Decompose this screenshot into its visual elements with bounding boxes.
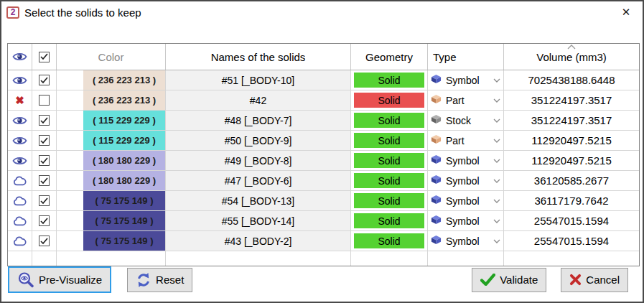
type-cube-icon: [431, 74, 442, 86]
type-dropdown[interactable]: Symbol: [428, 211, 504, 230]
checkbox-cell: [32, 90, 57, 110]
type-dropdown[interactable]: Part: [428, 90, 504, 110]
volume-value: 36117179.7642: [504, 191, 639, 210]
color-swatch: ( 75 175 149 ): [83, 231, 165, 251]
visibility-cell: [8, 211, 32, 230]
color-cell: ( 236 223 213 ): [57, 70, 166, 90]
header-geometry: Geometry: [351, 44, 428, 70]
type-cube-icon: [431, 94, 442, 106]
row-checkbox[interactable]: [39, 236, 50, 246]
geometry-cell: Solid: [351, 231, 428, 251]
reset-button[interactable]: Reset: [127, 268, 192, 292]
volume-value: 351224197.3517: [504, 111, 639, 130]
pre-visualize-button[interactable]: Pre-Visualize: [8, 266, 111, 293]
solid-name: #43 [_BODY-2]: [166, 231, 351, 251]
cancel-button[interactable]: Cancel: [561, 268, 628, 292]
visibility-cell: [8, 231, 32, 251]
color-cell: ( 180 180 229 ): [57, 171, 166, 190]
reset-label: Reset: [156, 274, 184, 286]
geometry-cell: Solid: [351, 171, 428, 190]
cloud-icon[interactable]: [13, 176, 27, 186]
type-dropdown[interactable]: Symbol: [428, 231, 504, 251]
pre-visualize-label: Pre-Visualize: [39, 274, 102, 286]
chevron-down-icon: [493, 179, 500, 183]
type-dropdown[interactable]: Symbol: [428, 171, 504, 190]
removed-icon[interactable]: ✖: [15, 95, 24, 106]
header-volume[interactable]: Volume (mm3): [504, 44, 639, 70]
header-color: Color: [57, 44, 166, 70]
row-checkbox[interactable]: [39, 75, 50, 85]
eye-icon[interactable]: [12, 136, 27, 146]
type-label: Symbol: [446, 155, 480, 167]
geometry-cell: Solid: [351, 191, 428, 210]
solid-name: #55 [_BODY-14]: [166, 211, 351, 230]
table-row: ( 75 175 149 ) #43 [_BODY-2] Solid Symbo…: [8, 231, 639, 251]
eye-icon[interactable]: [12, 75, 27, 85]
color-cell: ( 75 175 149 ): [57, 191, 166, 210]
type-dropdown[interactable]: Symbol: [428, 70, 504, 90]
color-swatch: ( 180 180 229 ): [83, 171, 165, 190]
close-button[interactable]: ✕: [610, 1, 643, 23]
row-checkbox[interactable]: [39, 95, 50, 106]
visibility-cell: [8, 70, 32, 90]
row-checkbox[interactable]: [39, 115, 50, 126]
type-dropdown[interactable]: Symbol: [428, 191, 504, 210]
color-swatch: ( 115 229 229 ): [83, 131, 165, 150]
solid-name: #49 [_BODY-8]: [166, 151, 351, 170]
row-checkbox[interactable]: [39, 135, 50, 146]
color-swatch: ( 236 223 213 ): [83, 90, 165, 110]
color-cell: ( 115 229 229 ): [57, 111, 166, 130]
select-all-checkbox[interactable]: [39, 52, 50, 62]
row-checkbox[interactable]: [39, 195, 50, 206]
checkbox-cell: [32, 111, 57, 130]
geometry-cell: Solid: [351, 70, 428, 90]
table-row: ( 115 229 229 ) #48 [_BODY-7] Solid Stoc…: [8, 111, 639, 131]
type-dropdown[interactable]: Stock: [428, 111, 504, 130]
eye-icon[interactable]: [12, 116, 27, 126]
select-solids-dialog: 2 Select the solids to keep ✕ Color Name…: [0, 0, 644, 303]
table-body: ( 236 223 213 ) #51 [_BODY-10] Solid Sym…: [8, 70, 639, 266]
validate-button[interactable]: Validate: [472, 268, 546, 292]
visibility-cell: [8, 171, 32, 190]
checkbox-cell: [32, 70, 57, 90]
checkbox-cell: [32, 131, 57, 150]
color-swatch: ( 75 175 149 ): [83, 191, 165, 210]
color-swatch: ( 75 175 149 ): [83, 211, 165, 230]
visibility-cell: [8, 251, 32, 266]
type-dropdown[interactable]: [428, 251, 504, 266]
eye-icon: [12, 52, 27, 62]
eye-icon[interactable]: [12, 156, 27, 166]
visibility-cell: [8, 111, 32, 130]
cloud-icon[interactable]: [13, 236, 27, 246]
row-checkbox[interactable]: [39, 155, 50, 166]
row-checkbox[interactable]: [39, 175, 50, 186]
checkbox-cell: [32, 171, 57, 190]
geometry-badge: Solid: [354, 173, 424, 188]
row-checkbox[interactable]: [39, 215, 50, 226]
checkmark-icon: [40, 53, 48, 60]
type-dropdown[interactable]: Symbol: [428, 151, 504, 170]
volume-value: 25547015.1594: [504, 211, 639, 230]
color-cell: ( 115 229 229 ): [57, 131, 166, 150]
geometry-badge: Solid: [354, 133, 424, 148]
checkbox-cell: [32, 211, 57, 230]
volume-value: 351224197.3517: [504, 90, 639, 110]
visibility-cell: [8, 131, 32, 150]
geometry-badge: Solid: [354, 213, 424, 228]
x-icon: [569, 274, 582, 286]
table-row: ( 180 180 229 ) #49 [_BODY-8] Solid Symb…: [8, 151, 639, 171]
solid-name: #54 [_BODY-13]: [166, 191, 351, 210]
cloud-icon[interactable]: [13, 196, 27, 206]
cloud-icon[interactable]: [13, 216, 27, 226]
sort-chevron-icon: [567, 45, 576, 50]
checkbox-cell: [32, 251, 57, 266]
header-names: Names of the solids: [166, 44, 351, 70]
type-dropdown[interactable]: Part: [428, 131, 504, 150]
chevron-down-icon: [493, 199, 500, 203]
check-icon: [480, 274, 495, 286]
validate-label: Validate: [500, 274, 538, 286]
geometry-cell: Solid: [351, 151, 428, 170]
type-label: Symbol: [446, 175, 480, 187]
footer: Pre-Visualize Reset Validate Cancel: [8, 266, 628, 293]
type-cube-icon: [431, 174, 442, 187]
